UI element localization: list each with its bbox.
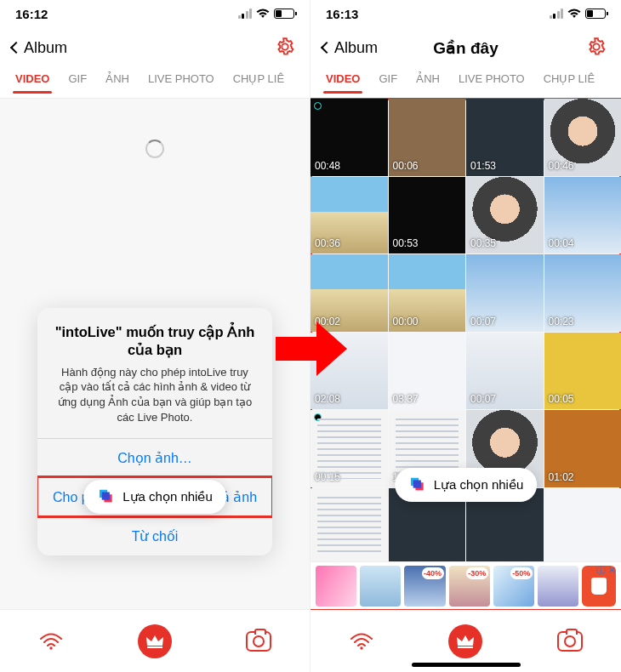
video-duration: 00:06 <box>393 160 419 172</box>
content-area: 00:4800:0601:5300:4600:3600:5300:3500:04… <box>310 99 621 609</box>
video-thumb[interactable]: 00:36 <box>310 177 388 254</box>
video-thumb[interactable]: 00:04 <box>544 177 622 254</box>
multi-icon <box>97 487 116 506</box>
wifi-button[interactable] <box>37 627 66 656</box>
video-duration: 00:04 <box>549 237 574 249</box>
media-tabs: VIDEO GIF ẢNH LIVE PHOTO CHỤP LIÊ <box>310 68 621 99</box>
video-duration: 00:48 <box>315 160 340 172</box>
status-time: 16:13 <box>326 7 358 21</box>
tab-photo[interactable]: ẢNH <box>416 72 440 94</box>
camera-icon <box>557 631 583 652</box>
video-thumb[interactable]: 01:02 <box>544 410 622 487</box>
wifi-icon <box>256 9 270 19</box>
video-duration: 02:08 <box>315 393 340 405</box>
svg-point-3 <box>49 646 52 649</box>
chevron-left-icon <box>321 42 333 54</box>
video-thumb[interactable]: 00:06 <box>389 99 466 176</box>
video-duration: 00:05 <box>549 393 574 405</box>
svg-rect-2 <box>102 493 110 500</box>
camera-button[interactable] <box>555 627 584 656</box>
permission-dialog: "intoLive" muốn truy cập Ảnh của bạn Hàn… <box>37 308 272 555</box>
back-button[interactable]: Album <box>322 39 378 57</box>
video-grid-highlight: 00:4800:0601:5300:4600:3600:5300:3500:04… <box>310 99 621 609</box>
tab-livephoto[interactable]: LIVE PHOTO <box>459 72 525 94</box>
ad-banner[interactable]: -40% -30% -50% ⓘ ✕ <box>310 561 621 609</box>
deny-button[interactable]: Từ chối <box>37 516 272 555</box>
media-tabs: VIDEO GIF ẢNH LIVE PHOTO CHỤP LIÊ <box>0 68 310 99</box>
video-thumb[interactable]: 00:07 <box>466 333 544 410</box>
video-duration: 00:00 <box>393 316 419 327</box>
battery-icon <box>274 9 294 19</box>
signal-icon <box>550 9 564 19</box>
status-time: 16:12 <box>15 7 48 21</box>
status-bar: 16:13 <box>310 0 621 27</box>
tab-photo[interactable]: ẢNH <box>105 72 129 94</box>
video-duration: 00:15 <box>315 471 340 483</box>
video-duration: 03:37 <box>393 393 419 405</box>
multi-icon <box>408 476 427 494</box>
chevron-left-icon <box>10 42 22 54</box>
tab-continuous[interactable]: CHỤP LIÊ <box>233 72 284 94</box>
wifi-button[interactable] <box>347 627 376 656</box>
premium-button[interactable] <box>138 624 172 658</box>
video-duration: 00:07 <box>470 393 496 405</box>
tiktok-icon <box>314 102 322 110</box>
svg-point-7 <box>360 646 362 649</box>
content-area: "intoLive" muốn truy cập Ảnh của bạn Hàn… <box>0 99 310 609</box>
tab-livephoto[interactable]: LIVE PHOTO <box>148 72 214 94</box>
video-thumb[interactable]: 00:46 <box>544 99 622 176</box>
video-duration: 00:23 <box>549 316 574 327</box>
video-thumb[interactable]: 00:15 <box>310 410 388 487</box>
home-indicator[interactable] <box>412 663 521 667</box>
battery-icon <box>585 9 606 19</box>
multi-select-button[interactable]: Lựa chọn nhiều <box>395 468 538 502</box>
svg-rect-6 <box>413 481 420 488</box>
video-duration: 01:53 <box>470 160 496 172</box>
video-thumb[interactable]: 00:35 <box>466 177 544 254</box>
gear-icon[interactable] <box>587 37 606 56</box>
multi-select-button[interactable]: Lựa chọn nhiều <box>83 480 226 514</box>
video-thumb[interactable]: 00:05 <box>544 333 622 410</box>
video-duration: 00:35 <box>470 237 496 249</box>
screen-gallery: 16:13 Album Gần đây VIDEO GIF ẢNH LIVE P… <box>310 0 621 672</box>
loading-icon <box>145 140 164 158</box>
header: Album Gần đây <box>310 27 621 68</box>
video-thumb[interactable]: 00:23 <box>544 254 622 332</box>
signal-icon <box>238 9 253 19</box>
tab-gif[interactable]: GIF <box>379 72 397 94</box>
tab-video[interactable]: VIDEO <box>326 72 360 94</box>
status-bar: 16:12 <box>0 0 310 27</box>
camera-button[interactable] <box>244 627 273 656</box>
video-thumb[interactable]: 01:53 <box>466 99 544 176</box>
dialog-message: Hành động này cho phép intoLive truy cập… <box>37 363 272 438</box>
tiktok-icon <box>314 413 322 421</box>
select-photos-button[interactable]: Chọn ảnh… <box>37 438 272 477</box>
video-duration: 01:02 <box>549 471 574 483</box>
video-thumb[interactable] <box>544 488 622 566</box>
back-button[interactable]: Album <box>12 39 67 57</box>
tab-gif[interactable]: GIF <box>68 72 87 94</box>
video-thumb[interactable]: 00:53 <box>389 177 466 254</box>
camera-icon <box>246 631 271 652</box>
video-thumb[interactable]: 03:37 <box>389 333 466 410</box>
ad-close-icon[interactable]: ⓘ ✕ <box>596 564 616 577</box>
crown-icon <box>456 634 475 649</box>
video-duration: 00:36 <box>315 237 340 249</box>
video-thumb[interactable]: 00:48 <box>310 99 388 176</box>
crown-icon <box>145 634 164 649</box>
tab-video[interactable]: VIDEO <box>15 72 49 94</box>
video-duration: 00:07 <box>470 316 496 327</box>
wifi-icon <box>567 9 581 19</box>
screen-permission: 16:12 Album VIDEO GIF ẢNH LIVE PHOTO CHỤ… <box>0 0 310 672</box>
gear-icon[interactable] <box>276 37 294 56</box>
video-duration: 00:46 <box>549 160 574 172</box>
premium-button[interactable] <box>448 624 482 658</box>
dialog-title: "intoLive" muốn truy cập Ảnh của bạn <box>37 308 272 363</box>
video-thumb[interactable]: 00:02 <box>310 254 388 332</box>
header: Album <box>0 27 310 68</box>
video-thumb[interactable] <box>310 488 388 566</box>
tab-continuous[interactable]: CHỤP LIÊ <box>544 72 595 94</box>
video-thumb[interactable]: 00:00 <box>389 254 466 332</box>
video-thumb[interactable]: 00:07 <box>466 254 544 332</box>
instruction-arrow <box>276 322 347 376</box>
